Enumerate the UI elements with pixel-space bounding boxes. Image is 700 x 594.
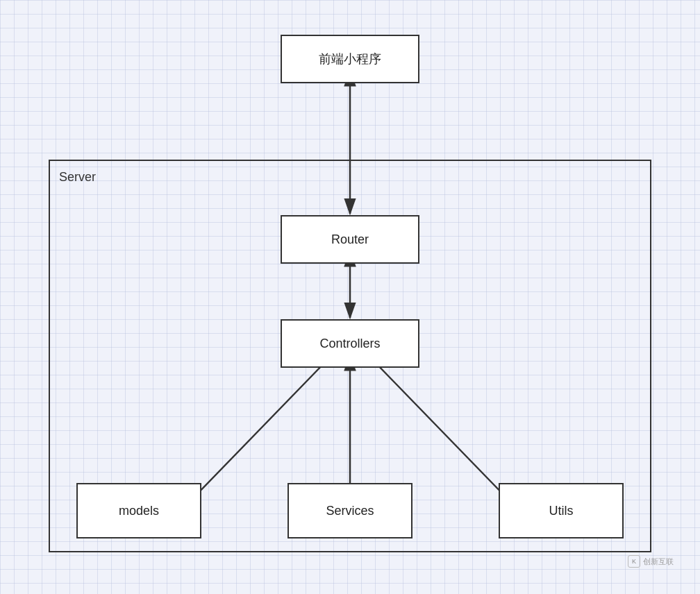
router-label: Router xyxy=(331,232,369,247)
watermark-text: 创新互联 xyxy=(643,557,674,567)
models-label: models xyxy=(119,504,159,518)
router-box: Router xyxy=(281,215,419,264)
diagram-container: 前端小程序 Server Router Controllers models S… xyxy=(21,21,679,573)
models-box: models xyxy=(76,483,201,538)
frontend-box: 前端小程序 xyxy=(281,35,419,83)
services-box: Services xyxy=(288,483,412,538)
services-label: Services xyxy=(326,504,374,518)
utils-box: Utils xyxy=(499,483,624,538)
controllers-box: Controllers xyxy=(281,319,419,368)
controllers-label: Controllers xyxy=(319,337,380,351)
watermark-icon: K xyxy=(628,555,640,568)
utils-label: Utils xyxy=(549,504,574,518)
frontend-label: 前端小程序 xyxy=(319,51,381,67)
server-label: Server xyxy=(59,170,96,185)
watermark: K 创新互联 xyxy=(628,555,674,568)
